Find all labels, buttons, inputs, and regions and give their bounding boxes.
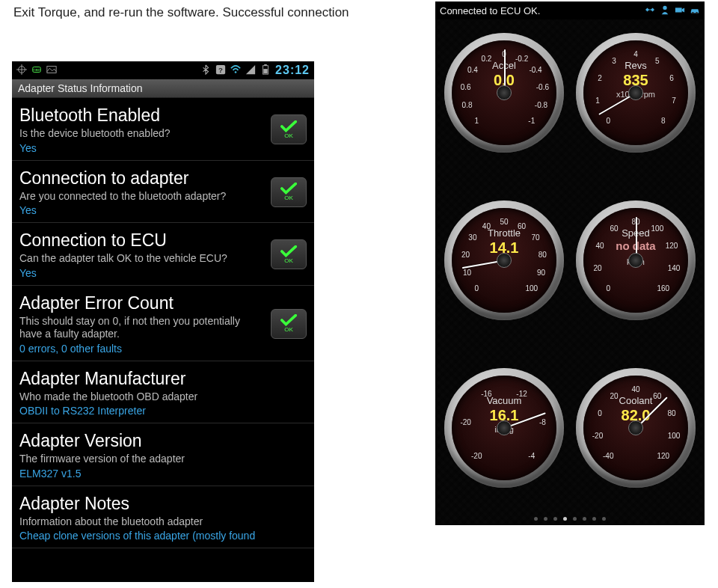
tick-label: -20 [471, 451, 482, 459]
page-dot[interactable] [534, 517, 538, 521]
status-item[interactable]: Adapter VersionThe firmware version of t… [12, 423, 314, 486]
tick-label: 0 [606, 284, 610, 292]
tick-label: 0.8 [462, 101, 473, 109]
gauge-vacuum[interactable]: -20-20-16-12-8-4Vacuum16.1in/Hg [444, 368, 564, 488]
ok-check-button[interactable]: OK [271, 309, 307, 339]
status-sub: Are you connected to the bluetooth adapt… [19, 190, 265, 203]
tick-label: 1 [474, 116, 479, 124]
status-bar: OBD ? 23:12 [12, 61, 314, 79]
status-value: OBDII to RS232 Interpreter [19, 405, 307, 417]
status-bar-right: Connected to ECU OK. [435, 1, 705, 19]
svg-marker-18 [682, 7, 685, 12]
status-title: Adapter Error Count [19, 293, 265, 313]
left-phone: OBD ? 23:12 Adapter Status Information B… [12, 61, 314, 582]
svg-marker-9 [246, 64, 255, 73]
car-icon [690, 4, 700, 17]
page-dot[interactable] [544, 517, 547, 521]
status-item[interactable]: Adapter Error CountThis should stay on 0… [12, 286, 314, 361]
status-title: Adapter Manufacturer [19, 369, 307, 389]
page-dot[interactable] [563, 517, 567, 521]
gauge-revs[interactable]: 012345678Revs835x1000 rpm [576, 33, 696, 153]
gauge-label: Throttle [444, 227, 564, 239]
page-dot[interactable] [602, 517, 606, 521]
status-sub: Is the device bluetooth enabled? [19, 127, 265, 141]
svg-rect-13 [645, 7, 649, 11]
battery-icon [260, 64, 271, 77]
gauge-grid[interactable]: 10.80.60.40.20-0.2-0.4-0.6-0.8-1Accel0.0… [435, 19, 705, 525]
camera-icon [675, 4, 685, 17]
svg-rect-14 [651, 7, 654, 11]
tick-label: 120 [657, 451, 669, 459]
help-icon: ? [215, 64, 226, 77]
status-item[interactable]: Bluetooth EnabledIs the device bluetooth… [12, 98, 314, 161]
gauge-accel[interactable]: 10.80.60.40.20-0.2-0.4-0.6-0.8-1Accel0.0 [444, 33, 564, 153]
status-sub: The firmware version of the adapter [19, 453, 307, 466]
status-sub: Who made the bluetooth OBD adapter [19, 391, 307, 404]
tick-label: 0 [474, 284, 479, 292]
svg-point-19 [692, 12, 694, 14]
page-dot[interactable] [573, 517, 577, 521]
tick-label: 40 [631, 385, 639, 393]
person-icon [660, 4, 670, 17]
gauge-throttle[interactable]: 0102030405060708090100Throttle14.1% [444, 200, 564, 320]
tick-label: -0.8 [535, 101, 547, 109]
status-item[interactable]: Connection to adapterAre you connected t… [12, 161, 314, 224]
status-title: Connection to adapter [19, 168, 265, 189]
status-value: Yes [19, 267, 265, 279]
status-value: Yes [19, 204, 265, 216]
tick-label: 8 [661, 116, 666, 124]
svg-rect-17 [675, 7, 682, 12]
svg-point-8 [235, 71, 237, 73]
status-item[interactable]: Adapter NotesInformation about the bluet… [12, 486, 314, 549]
status-value: 0 errors, 0 other faults [19, 343, 265, 355]
status-sub: Can the adapter talk OK to the vehicle E… [19, 252, 265, 266]
status-list: Bluetooth EnabledIs the device bluetooth… [12, 98, 314, 548]
hub [628, 420, 643, 435]
ok-check-button[interactable]: OK [271, 177, 307, 207]
hub [497, 85, 512, 100]
status-sub: Information about the bluetooth adapter [19, 515, 307, 529]
wifi-icon [230, 64, 241, 77]
status-title: Bluetooth Enabled [19, 105, 265, 126]
tick-label: 90 [537, 269, 545, 277]
gauge-label: Revs [576, 60, 696, 71]
svg-rect-11 [264, 64, 267, 66]
ok-check-button[interactable]: OK [271, 114, 307, 144]
gauge-label: Coolant [576, 395, 696, 406]
hub [628, 253, 643, 268]
status-item[interactable]: Connection to ECUCan the adapter talk OK… [12, 223, 314, 286]
tick-label: 160 [657, 284, 669, 292]
clock-text: 23:12 [275, 64, 310, 77]
gauge-speed[interactable]: 020406080100120140160Speedno datakm/h [576, 200, 696, 320]
tick-label: 0 [606, 116, 610, 124]
hub [497, 253, 512, 268]
tick-label: 10 [463, 269, 471, 277]
svg-point-16 [663, 5, 666, 9]
page-dot[interactable] [583, 517, 586, 521]
svg-point-20 [696, 12, 698, 14]
gauge-coolant[interactable]: -40-20020406080100120Coolant82.0°C [576, 368, 696, 488]
tick-label: 50 [500, 218, 508, 226]
obd-icon: OBD [31, 64, 42, 77]
status-sub: This should stay on 0, if not then you p… [19, 315, 265, 341]
gauge-label: Vacuum [444, 395, 564, 406]
instruction-text: Exit Torque, and re-run the software. Su… [13, 3, 349, 22]
tick-label: 100 [525, 284, 538, 292]
bluetooth-icon [200, 64, 211, 77]
crosshair-icon [16, 64, 27, 77]
page-dot[interactable] [553, 517, 557, 521]
tick-label: -4 [528, 451, 535, 459]
status-title: Connection to ECU [19, 230, 265, 251]
status-title: Adapter Version [19, 431, 307, 451]
tick-label: -40 [603, 451, 613, 459]
svg-rect-12 [263, 69, 267, 73]
connection-text: Connected to ECU OK. [440, 5, 540, 16]
status-value: Yes [19, 142, 265, 154]
status-title: Adapter Notes [19, 494, 307, 514]
subheader: Adapter Status Information [12, 79, 314, 98]
ok-check-button[interactable]: OK [271, 239, 307, 269]
page-dot[interactable] [592, 517, 596, 521]
tick-label: 4 [633, 50, 638, 58]
svg-text:OBD: OBD [33, 67, 40, 71]
status-item[interactable]: Adapter ManufacturerWho made the bluetoo… [12, 361, 314, 424]
